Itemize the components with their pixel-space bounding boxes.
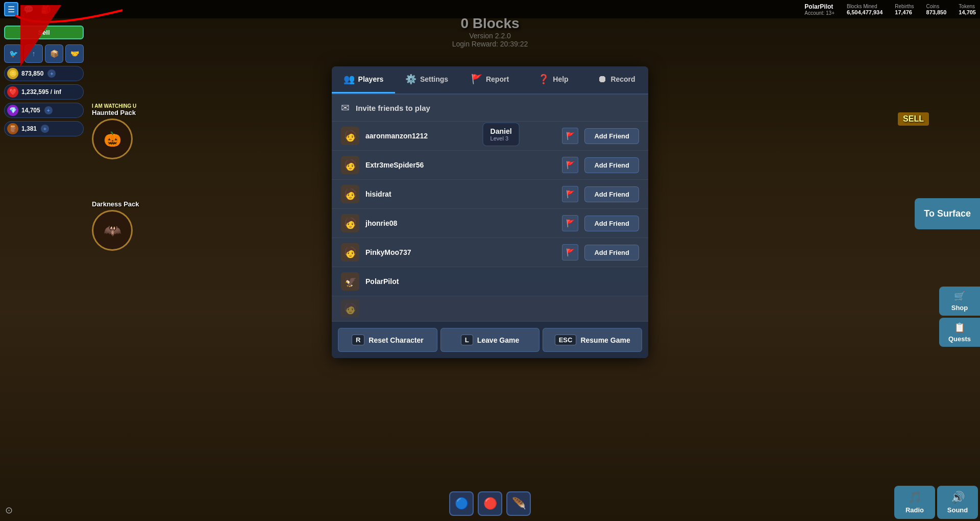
rebirths-value: 17,476 [895, 9, 912, 15]
tokens-value: 14,705 [959, 9, 976, 15]
tab-report[interactable]: 🚩 Report [458, 66, 522, 93]
add-friend-button[interactable]: Add Friend [584, 216, 639, 231]
modal-content: ✉ Invite friends to play 🧑 aaronmanzon12… [332, 94, 648, 321]
wood-icon: 🪵 [7, 123, 18, 134]
player-name-text: PinkyMoo737 [365, 248, 556, 256]
flag-button[interactable]: 🚩 [562, 186, 578, 202]
radio-button[interactable]: 🎵 Radio [894, 486, 935, 519]
tab-help[interactable]: ❓ Help [522, 66, 585, 93]
player-row: 🧑 hisidrat 🚩 Add Friend [332, 180, 648, 209]
to-surface-button[interactable]: To Surface [915, 198, 980, 229]
sell-button[interactable]: Sell [4, 26, 84, 39]
chat-icon[interactable]: 💬 [21, 2, 36, 16]
leave-label: Leave Game [477, 336, 520, 344]
darkness-pack-circle[interactable]: 🦇 [92, 210, 133, 251]
player-row: 🧑 Extr3meSpider56 🚩 Add Friend [332, 151, 648, 180]
players-modal: 👥 Players ⚙️ Settings 🚩 Report ❓ Help ⏺ … [332, 66, 648, 358]
quick-icons-row: 🐦 ↑ 📦 🤝 [4, 44, 84, 63]
gems-resource-bar: 💎 14,705 + [4, 103, 84, 118]
gems-resource-value: 14,705 [21, 107, 40, 114]
rebirth-icon[interactable]: ↑ [24, 44, 43, 63]
add-friend-button[interactable]: Add Friend [584, 186, 639, 202]
gems-icon: 💎 [7, 105, 18, 116]
top-bar: ☰ 💬 🎒 PolarPilot Account: 13+ Blocks Min… [0, 0, 980, 18]
player-avatar: 🧑 [341, 243, 359, 262]
wood-resource-bar: 🪵 1,381 + [4, 121, 84, 136]
bottom-icon-1[interactable]: 🔵 [449, 491, 474, 516]
player-info: PolarPilot [365, 277, 639, 286]
flag-button[interactable]: 🚩 [562, 244, 578, 260]
player-avatar: 🧑 [341, 214, 359, 232]
bottom-icon-2[interactable]: 🔴 [478, 491, 502, 516]
quests-button[interactable]: 📋 Quests [939, 318, 980, 347]
flag-button[interactable]: 🚩 [562, 128, 578, 144]
leave-game-button[interactable]: L Leave Game [440, 328, 540, 352]
rebirths-label: Rebirths [895, 4, 914, 9]
add-friend-button[interactable]: Add Friend [584, 157, 639, 173]
coins-stat: Coins 873,850 [926, 4, 947, 15]
watching-label: I AM WATCHING U [92, 103, 139, 109]
haunted-pack-circle[interactable]: 🎃 [92, 119, 133, 159]
sound-button[interactable]: 🔊 Sound [937, 486, 978, 519]
shop-button[interactable]: 🛒 Shop [939, 287, 980, 316]
codes-icon[interactable]: 🐦 [4, 44, 22, 63]
trade-icon[interactable]: 🤝 [65, 44, 84, 63]
health-resource-value: 1,232,595 / inf [21, 88, 61, 96]
bottom-icon-3[interactable]: 🪶 [506, 491, 531, 516]
shop-icon: 🛒 [954, 291, 965, 302]
add-friend-button[interactable]: Add Friend [584, 128, 639, 144]
bottom-left-dot[interactable]: ⊙ [5, 505, 13, 516]
current-player-row: 🦅 PolarPilot [332, 267, 648, 296]
player-row-partial: 🧑 [332, 296, 648, 321]
blocks-mined-label: Blocks Mined [847, 4, 877, 9]
invite-row[interactable]: ✉ Invite friends to play [332, 94, 648, 122]
sound-label: Sound [947, 506, 968, 514]
player-avatar: 🧑 [341, 299, 359, 318]
report-tab-label: Report [486, 75, 509, 83]
player-row: 🧑 aaronmanzon1212 🚩 Add Friend [332, 122, 648, 151]
wood-plus-button[interactable]: + [41, 125, 49, 133]
player-name-text: hisidrat [365, 190, 556, 198]
menu-icon[interactable]: ☰ [4, 2, 18, 16]
add-friend-button[interactable]: Add Friend [584, 245, 639, 260]
resume-game-button[interactable]: ESC Resume Game [543, 328, 642, 352]
player-account: Account: 13+ [804, 10, 835, 16]
player-avatar: 🧑 [341, 156, 359, 174]
coins-icon: 🪙 [7, 68, 18, 79]
invite-text: Invite friends to play [356, 104, 430, 112]
tokens-stat: Tokens 14,705 [959, 4, 976, 15]
tab-settings[interactable]: ⚙️ Settings [395, 66, 458, 93]
gems-plus-button[interactable]: + [44, 106, 53, 114]
health-resource-bar: ❤️ 1,232,595 / inf [4, 84, 84, 100]
player-name-text: PolarPilot [365, 277, 639, 286]
help-tab-label: Help [553, 75, 568, 83]
coins-plus-button[interactable]: + [47, 69, 56, 78]
tab-record[interactable]: ⏺ Record [585, 66, 648, 93]
resume-label: Resume Game [580, 336, 630, 344]
reset-label: Reset Character [369, 336, 423, 344]
player-name-text: Extr3meSpider56 [365, 161, 556, 169]
invite-icon: ✉ [341, 102, 350, 114]
player-row: 🧑 jhonrie08 🚩 Add Friend [332, 209, 648, 238]
quests-label: Quests [948, 335, 971, 343]
radio-label: Radio [905, 506, 924, 514]
inventory-quick-icon[interactable]: 📦 [45, 44, 63, 63]
reset-character-button[interactable]: R Reset Character [338, 328, 437, 352]
bottom-center-icons: 🔵 🔴 🪶 [449, 491, 531, 516]
darkness-pack-label: Darkness Pack [92, 200, 139, 208]
flag-button[interactable]: 🚩 [562, 215, 578, 231]
player-avatar: 🧑 [341, 127, 359, 145]
record-tab-icon: ⏺ [598, 74, 607, 85]
sell-right-label[interactable]: SELL [898, 112, 929, 126]
player-avatar: 🦅 [341, 272, 359, 291]
inventory-icon[interactable]: 🎒 [39, 2, 53, 16]
modal-footer: R Reset Character L Leave Game ESC Resum… [332, 321, 648, 358]
flag-button[interactable]: 🚩 [562, 157, 578, 173]
player-info: hisidrat [365, 190, 556, 198]
top-bar-right: PolarPilot Account: 13+ Blocks Mined 6,5… [804, 3, 976, 16]
wood-resource-value: 1,381 [21, 125, 37, 132]
health-icon: ❤️ [7, 86, 18, 98]
rebirths-stat: Rebirths 17,476 [895, 4, 914, 15]
coins-value: 873,850 [926, 9, 947, 15]
tab-players[interactable]: 👥 Players [332, 66, 395, 93]
